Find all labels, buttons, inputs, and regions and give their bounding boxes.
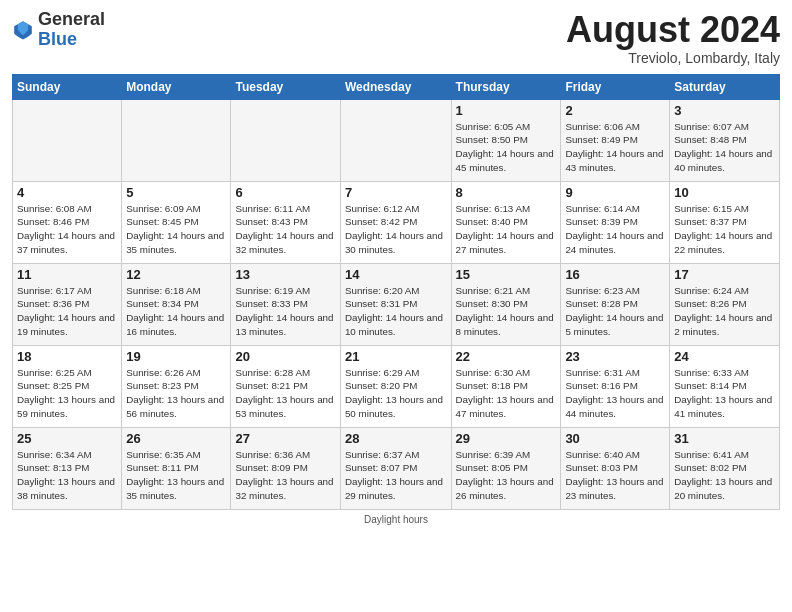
logo-icon [12, 19, 34, 41]
day-info: Sunrise: 6:13 AM Sunset: 8:40 PM Dayligh… [456, 202, 557, 257]
day-info: Sunrise: 6:30 AM Sunset: 8:18 PM Dayligh… [456, 366, 557, 421]
header: General Blue August 2024 Treviolo, Lomba… [12, 10, 780, 66]
day-info: Sunrise: 6:39 AM Sunset: 8:05 PM Dayligh… [456, 448, 557, 503]
day-info: Sunrise: 6:31 AM Sunset: 8:16 PM Dayligh… [565, 366, 665, 421]
logo-general-text: General [38, 9, 105, 29]
footer-note: Daylight hours [12, 514, 780, 525]
logo-text: General Blue [38, 10, 105, 50]
day-number: 22 [456, 349, 557, 364]
calendar-cell [122, 99, 231, 181]
calendar-cell [340, 99, 451, 181]
day-info: Sunrise: 6:23 AM Sunset: 8:28 PM Dayligh… [565, 284, 665, 339]
day-info: Sunrise: 6:08 AM Sunset: 8:46 PM Dayligh… [17, 202, 117, 257]
calendar-cell: 18Sunrise: 6:25 AM Sunset: 8:25 PM Dayli… [13, 345, 122, 427]
day-info: Sunrise: 6:05 AM Sunset: 8:50 PM Dayligh… [456, 120, 557, 175]
col-header-monday: Monday [122, 74, 231, 99]
calendar-cell [13, 99, 122, 181]
calendar-cell: 12Sunrise: 6:18 AM Sunset: 8:34 PM Dayli… [122, 263, 231, 345]
day-info: Sunrise: 6:09 AM Sunset: 8:45 PM Dayligh… [126, 202, 226, 257]
day-number: 27 [235, 431, 335, 446]
day-number: 24 [674, 349, 775, 364]
day-info: Sunrise: 6:07 AM Sunset: 8:48 PM Dayligh… [674, 120, 775, 175]
col-header-thursday: Thursday [451, 74, 561, 99]
calendar-cell: 22Sunrise: 6:30 AM Sunset: 8:18 PM Dayli… [451, 345, 561, 427]
day-info: Sunrise: 6:14 AM Sunset: 8:39 PM Dayligh… [565, 202, 665, 257]
calendar-cell: 27Sunrise: 6:36 AM Sunset: 8:09 PM Dayli… [231, 427, 340, 509]
day-number: 4 [17, 185, 117, 200]
day-info: Sunrise: 6:19 AM Sunset: 8:33 PM Dayligh… [235, 284, 335, 339]
calendar-cell: 8Sunrise: 6:13 AM Sunset: 8:40 PM Daylig… [451, 181, 561, 263]
day-number: 5 [126, 185, 226, 200]
day-number: 13 [235, 267, 335, 282]
day-info: Sunrise: 6:28 AM Sunset: 8:21 PM Dayligh… [235, 366, 335, 421]
calendar-cell: 2Sunrise: 6:06 AM Sunset: 8:49 PM Daylig… [561, 99, 670, 181]
calendar-cell: 31Sunrise: 6:41 AM Sunset: 8:02 PM Dayli… [670, 427, 780, 509]
day-number: 7 [345, 185, 447, 200]
col-header-saturday: Saturday [670, 74, 780, 99]
day-number: 29 [456, 431, 557, 446]
calendar-table: SundayMondayTuesdayWednesdayThursdayFrid… [12, 74, 780, 510]
calendar-cell: 5Sunrise: 6:09 AM Sunset: 8:45 PM Daylig… [122, 181, 231, 263]
day-number: 30 [565, 431, 665, 446]
day-info: Sunrise: 6:33 AM Sunset: 8:14 PM Dayligh… [674, 366, 775, 421]
title-area: August 2024 Treviolo, Lombardy, Italy [566, 10, 780, 66]
month-title: August 2024 [566, 10, 780, 50]
day-info: Sunrise: 6:34 AM Sunset: 8:13 PM Dayligh… [17, 448, 117, 503]
day-info: Sunrise: 6:29 AM Sunset: 8:20 PM Dayligh… [345, 366, 447, 421]
day-number: 12 [126, 267, 226, 282]
day-number: 10 [674, 185, 775, 200]
day-number: 16 [565, 267, 665, 282]
day-info: Sunrise: 6:21 AM Sunset: 8:30 PM Dayligh… [456, 284, 557, 339]
col-header-friday: Friday [561, 74, 670, 99]
calendar-cell: 9Sunrise: 6:14 AM Sunset: 8:39 PM Daylig… [561, 181, 670, 263]
day-info: Sunrise: 6:24 AM Sunset: 8:26 PM Dayligh… [674, 284, 775, 339]
calendar-cell: 28Sunrise: 6:37 AM Sunset: 8:07 PM Dayli… [340, 427, 451, 509]
day-number: 26 [126, 431, 226, 446]
calendar-cell: 13Sunrise: 6:19 AM Sunset: 8:33 PM Dayli… [231, 263, 340, 345]
day-info: Sunrise: 6:26 AM Sunset: 8:23 PM Dayligh… [126, 366, 226, 421]
calendar-week-2: 4Sunrise: 6:08 AM Sunset: 8:46 PM Daylig… [13, 181, 780, 263]
calendar-cell: 25Sunrise: 6:34 AM Sunset: 8:13 PM Dayli… [13, 427, 122, 509]
calendar-week-4: 18Sunrise: 6:25 AM Sunset: 8:25 PM Dayli… [13, 345, 780, 427]
day-info: Sunrise: 6:11 AM Sunset: 8:43 PM Dayligh… [235, 202, 335, 257]
calendar-cell: 11Sunrise: 6:17 AM Sunset: 8:36 PM Dayli… [13, 263, 122, 345]
calendar-cell: 14Sunrise: 6:20 AM Sunset: 8:31 PM Dayli… [340, 263, 451, 345]
day-number: 1 [456, 103, 557, 118]
col-header-wednesday: Wednesday [340, 74, 451, 99]
day-info: Sunrise: 6:06 AM Sunset: 8:49 PM Dayligh… [565, 120, 665, 175]
day-number: 14 [345, 267, 447, 282]
calendar-cell: 4Sunrise: 6:08 AM Sunset: 8:46 PM Daylig… [13, 181, 122, 263]
calendar-cell: 10Sunrise: 6:15 AM Sunset: 8:37 PM Dayli… [670, 181, 780, 263]
logo-blue-text: Blue [38, 29, 77, 49]
day-number: 19 [126, 349, 226, 364]
calendar-cell: 26Sunrise: 6:35 AM Sunset: 8:11 PM Dayli… [122, 427, 231, 509]
day-number: 9 [565, 185, 665, 200]
calendar-cell: 19Sunrise: 6:26 AM Sunset: 8:23 PM Dayli… [122, 345, 231, 427]
calendar-week-1: 1Sunrise: 6:05 AM Sunset: 8:50 PM Daylig… [13, 99, 780, 181]
day-number: 8 [456, 185, 557, 200]
calendar-cell: 30Sunrise: 6:40 AM Sunset: 8:03 PM Dayli… [561, 427, 670, 509]
logo: General Blue [12, 10, 105, 50]
calendar-cell: 24Sunrise: 6:33 AM Sunset: 8:14 PM Dayli… [670, 345, 780, 427]
col-header-sunday: Sunday [13, 74, 122, 99]
day-info: Sunrise: 6:35 AM Sunset: 8:11 PM Dayligh… [126, 448, 226, 503]
day-number: 28 [345, 431, 447, 446]
day-number: 6 [235, 185, 335, 200]
day-number: 21 [345, 349, 447, 364]
day-number: 15 [456, 267, 557, 282]
day-info: Sunrise: 6:15 AM Sunset: 8:37 PM Dayligh… [674, 202, 775, 257]
calendar-cell [231, 99, 340, 181]
calendar-cell: 20Sunrise: 6:28 AM Sunset: 8:21 PM Dayli… [231, 345, 340, 427]
calendar-header-row: SundayMondayTuesdayWednesdayThursdayFrid… [13, 74, 780, 99]
day-number: 11 [17, 267, 117, 282]
calendar-cell: 16Sunrise: 6:23 AM Sunset: 8:28 PM Dayli… [561, 263, 670, 345]
location-subtitle: Treviolo, Lombardy, Italy [566, 50, 780, 66]
calendar-cell: 21Sunrise: 6:29 AM Sunset: 8:20 PM Dayli… [340, 345, 451, 427]
calendar-cell: 3Sunrise: 6:07 AM Sunset: 8:48 PM Daylig… [670, 99, 780, 181]
calendar-cell: 1Sunrise: 6:05 AM Sunset: 8:50 PM Daylig… [451, 99, 561, 181]
calendar-cell: 29Sunrise: 6:39 AM Sunset: 8:05 PM Dayli… [451, 427, 561, 509]
calendar-cell: 7Sunrise: 6:12 AM Sunset: 8:42 PM Daylig… [340, 181, 451, 263]
day-number: 17 [674, 267, 775, 282]
day-info: Sunrise: 6:36 AM Sunset: 8:09 PM Dayligh… [235, 448, 335, 503]
day-number: 20 [235, 349, 335, 364]
